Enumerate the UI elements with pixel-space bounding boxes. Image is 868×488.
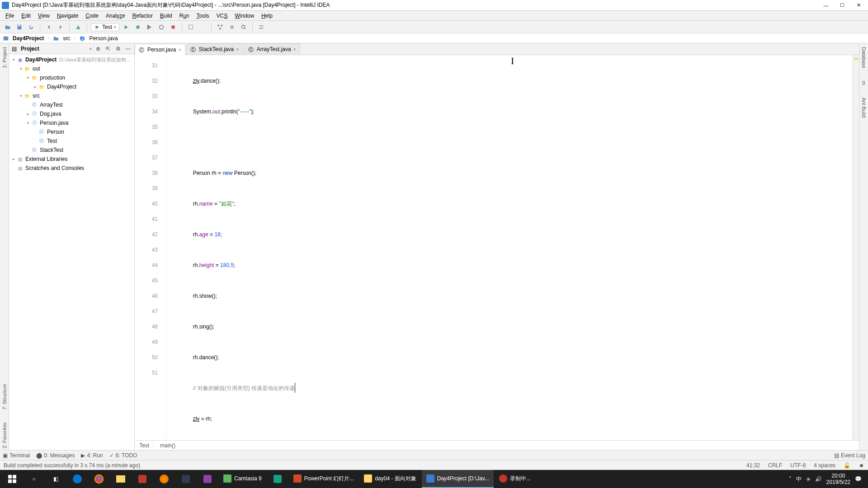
system-tray[interactable]: ˄ 中 ⚹ 🔊 20:00 2019/5/22 💬 — [784, 473, 866, 485]
gear-icon[interactable]: ⚙ — [114, 45, 122, 52]
crumb-class[interactable]: Test — [139, 442, 149, 449]
explorer-icon[interactable] — [110, 470, 131, 488]
scroll-from-icon[interactable]: ⊕ — [94, 45, 102, 52]
taskbar-camtasia[interactable]: Camtasia 9 — [219, 470, 266, 488]
tree-src[interactable]: ▾📁src — [9, 91, 134, 100]
maximize-button[interactable]: ☐ — [835, 1, 850, 10]
tab-person[interactable]: ⒸPerson.java× — [135, 44, 185, 55]
sidetab-antbuild[interactable]: Ant Build — [861, 96, 867, 119]
tree-external-libs[interactable]: ▸▥External Libraries — [9, 155, 134, 164]
bottomtab-terminal[interactable]: ▣ Terminal — [3, 452, 30, 459]
open-button[interactable] — [3, 22, 13, 32]
run-button[interactable] — [121, 22, 131, 32]
crumb-file[interactable]: Person.java — [86, 35, 120, 42]
sidetab-maven[interactable]: m — [861, 79, 867, 87]
status-line-sep[interactable]: CRLF — [768, 462, 782, 469]
menu-navigate[interactable]: Navigate — [53, 12, 82, 20]
firefox-icon[interactable] — [154, 470, 175, 488]
stop-button[interactable] — [168, 22, 178, 32]
taskbar-recorder[interactable]: 录制中... — [495, 470, 535, 488]
hector-icon[interactable]: ☻ — [859, 462, 864, 469]
menu-view[interactable]: View — [34, 12, 53, 20]
marker-strip[interactable] — [853, 55, 859, 440]
start-button[interactable] — [2, 470, 23, 488]
tree-out[interactable]: ▾📁out — [9, 64, 134, 73]
hide-icon[interactable]: — — [124, 45, 132, 52]
tray-chevron-icon[interactable]: ˄ — [789, 476, 792, 482]
taskbar-explorer-window[interactable]: day04 - 面向对象 — [359, 470, 420, 488]
app-icon-3[interactable] — [197, 470, 218, 488]
sdk-button[interactable] — [198, 22, 208, 32]
menu-analyze[interactable]: Analyze — [102, 12, 129, 20]
taskbar-intellij[interactable]: Day4Project [D:\Jav... — [422, 470, 494, 488]
status-encoding[interactable]: UTF-8 — [790, 462, 806, 469]
run-config-select[interactable]: Test ▾ — [91, 23, 119, 31]
taskview-icon[interactable]: ◧ — [45, 470, 66, 488]
build-button[interactable] — [73, 22, 83, 32]
menu-vcs[interactable]: VCS — [213, 12, 231, 20]
structure-button[interactable] — [215, 22, 225, 32]
bottomtab-run[interactable]: ▶ 4: Run — [81, 452, 103, 459]
tray-notifications-icon[interactable]: 💬 — [855, 476, 862, 482]
back-button[interactable] — [44, 22, 54, 32]
tree-person[interactable]: ⒸPerson — [9, 127, 134, 136]
forward-button[interactable] — [56, 22, 66, 32]
tree-personjava[interactable]: ▾ⒿPerson.java — [9, 118, 134, 127]
collapse-all-icon[interactable]: ⇱ — [104, 45, 112, 52]
app-icon-4[interactable] — [267, 470, 288, 488]
app-icon-2[interactable] — [175, 470, 196, 488]
close-button[interactable]: ✕ — [851, 1, 866, 10]
avd-button[interactable] — [186, 22, 196, 32]
menu-help[interactable]: Help — [258, 12, 276, 20]
menu-window[interactable]: Window — [231, 12, 258, 20]
tree-scratches[interactable]: ▤Scratches and Consoles — [9, 164, 134, 173]
find-button[interactable] — [239, 22, 249, 32]
tree-test[interactable]: ⒸTest — [9, 136, 134, 145]
app-icon-1[interactable] — [132, 470, 153, 488]
save-all-button[interactable] — [14, 22, 24, 32]
menu-code[interactable]: Code — [82, 12, 102, 20]
code-editor[interactable]: 3132333435363738394041424344454647484950… — [135, 55, 859, 440]
lock-icon[interactable]: 🔓 — [844, 462, 850, 469]
menu-file[interactable]: FFileile — [2, 12, 18, 20]
tree-day4project[interactable]: ▸📁Day4Project — [9, 82, 134, 91]
more-button[interactable] — [256, 22, 266, 32]
tab-arraytest[interactable]: ⒸArrayTest.java× — [244, 43, 300, 55]
minimize-button[interactable]: — — [818, 1, 834, 10]
crumb-method[interactable]: main() — [160, 442, 175, 449]
menu-edit[interactable]: Edit — [18, 12, 34, 20]
menu-refactor[interactable]: Refactor — [129, 12, 156, 20]
tree-stacktest[interactable]: ⒸStackTest — [9, 145, 134, 155]
sync-button[interactable] — [26, 22, 36, 32]
edge-icon[interactable] — [67, 470, 88, 488]
menu-run[interactable]: Run — [176, 12, 193, 20]
tray-network-icon[interactable]: ⚹ — [806, 476, 811, 482]
sidetab-project[interactable]: 1: Project — [2, 45, 7, 70]
sidetab-favorites[interactable]: 2: Favorites — [2, 421, 7, 450]
bottomtab-todo[interactable]: ✓ 6: TODO — [109, 452, 137, 459]
settings-button[interactable] — [227, 22, 237, 32]
status-indent[interactable]: 4 spaces — [814, 462, 835, 469]
sidetab-database[interactable]: Database — [861, 45, 867, 70]
cortana-icon[interactable]: ○ — [24, 470, 44, 488]
chrome-icon[interactable] — [89, 470, 109, 488]
menu-tools[interactable]: Tools — [193, 12, 213, 20]
bottomtab-eventlog[interactable]: ▤ Event Log — [834, 452, 865, 459]
tray-volume-icon[interactable]: 🔊 — [815, 476, 822, 482]
debug-button[interactable] — [133, 22, 143, 32]
bottomtab-messages[interactable]: ⬤ 0: Messages — [36, 452, 75, 459]
sidetab-structure[interactable]: 7: Structure — [2, 382, 7, 412]
code-area[interactable]: zly.dance(); System.out.println("-----")… — [176, 55, 853, 440]
profile-button[interactable] — [156, 22, 166, 32]
tree-arraytest[interactable]: ⒸArrayTest — [9, 100, 134, 109]
tray-ime-icon[interactable]: 中 — [796, 475, 802, 483]
taskbar-powerpoint[interactable]: PowerPoint 幻灯片... — [289, 470, 359, 488]
crumb-src[interactable]: src — [60, 35, 73, 42]
crumb-root[interactable]: Day4Project — [10, 35, 47, 42]
menu-build[interactable]: Build — [156, 12, 176, 20]
coverage-button[interactable] — [145, 22, 155, 32]
tree-dog[interactable]: ▸ⒿDog.java — [9, 109, 134, 118]
tree-production[interactable]: ▾📁production — [9, 73, 134, 82]
tree-root[interactable]: ▾▣Day4ProjectD:\Java零基础到项目系统架构... — [9, 55, 134, 64]
tab-stacktest[interactable]: ⒸStackTest.java× — [186, 43, 243, 55]
